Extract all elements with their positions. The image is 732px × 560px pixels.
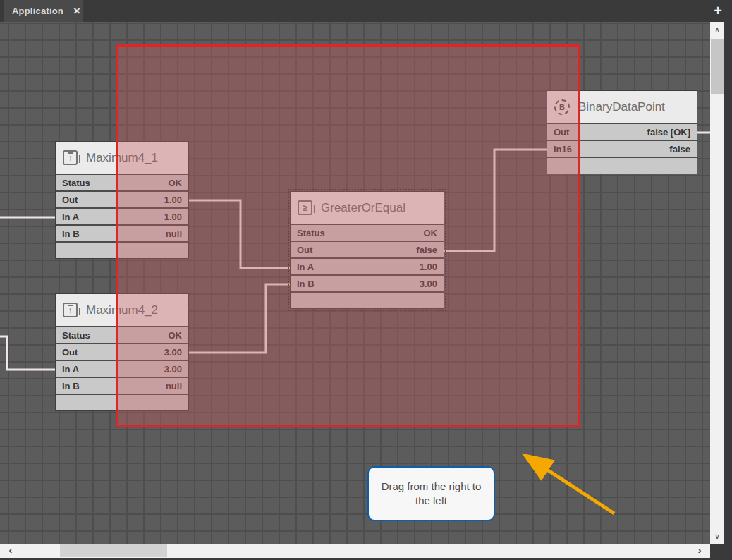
vertical-scrollbar[interactable]: ∧ ∨	[710, 22, 724, 544]
row-label: In B	[62, 229, 80, 239]
row-label: In A	[62, 212, 79, 222]
vertical-scroll-thumb[interactable]	[711, 39, 724, 94]
tab-label: Application	[12, 6, 63, 16]
selection-rectangle	[116, 44, 580, 427]
horizontal-scroll-thumb[interactable]	[60, 544, 167, 557]
tooltip-text: Drag from the right to the left	[377, 480, 485, 509]
scroll-right-button[interactable]: ›	[692, 544, 707, 558]
tooltip: Drag from the right to the left	[367, 466, 495, 521]
block-title: BinaryDataPoint	[578, 100, 665, 114]
row-label: In A	[62, 364, 79, 375]
maximum-icon: ↑	[63, 150, 78, 165]
row-label: In B	[62, 381, 80, 391]
row-label: Status	[62, 330, 90, 341]
add-tab-button[interactable]: +	[709, 2, 726, 19]
row-label: Out	[62, 195, 78, 205]
row-label: Out	[62, 347, 78, 358]
flow-editor-window: { "tab_bar": { "tab": { "label": "Applic…	[0, 0, 732, 560]
scroll-down-button[interactable]: ∨	[710, 528, 724, 544]
row-value: false	[669, 144, 690, 154]
row-label: Status	[62, 178, 90, 188]
horizontal-scrollbar[interactable]: ‹ ›	[0, 544, 710, 558]
scroll-up-button[interactable]: ∧	[710, 22, 724, 37]
row-value: false [OK]	[647, 127, 690, 138]
tab-close-icon[interactable]: ×	[73, 5, 80, 17]
tab-application[interactable]: Application ×	[4, 0, 83, 22]
tab-bar: Application × +	[0, 0, 732, 22]
maximum-icon: ↑	[63, 303, 78, 317]
scroll-left-button[interactable]: ‹	[3, 544, 18, 558]
plus-icon: +	[714, 3, 722, 18]
